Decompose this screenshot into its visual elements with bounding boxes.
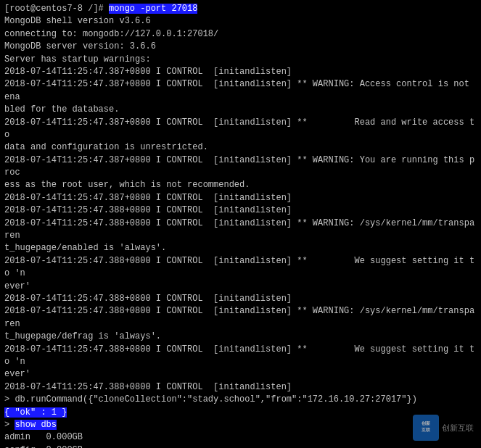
line-20: 2018-07-14T11:25:47.388+0800 I CONTROL [… bbox=[4, 305, 477, 331]
line-25: > db.runCommand({"cloneCollection":"stad… bbox=[4, 394, 477, 406]
watermark-logo: 创新 互联 bbox=[413, 415, 439, 441]
terminal-window: [root@centos7-8 /]# mongo -port 27018 Mo… bbox=[0, 0, 481, 448]
line-9: 2018-07-14T11:25:47.387+0800 I CONTROL [… bbox=[4, 117, 477, 142]
line-10: data and configuration is unrestricted. bbox=[4, 141, 477, 154]
watermark: 创新 互联 创新互联 bbox=[413, 415, 474, 441]
line-19: 2018-07-14T11:25:47.388+0800 I CONTROL [… bbox=[4, 293, 477, 305]
line-1: [root@centos7-8 /]# mongo -port 27018 bbox=[4, 3, 477, 15]
line-26: { "ok" : 1 } bbox=[4, 407, 477, 419]
line-14: 2018-07-14T11:25:47.388+0800 I CONTROL [… bbox=[4, 204, 477, 217]
line-13: 2018-07-14T11:25:47.387+0800 I CONTROL [… bbox=[4, 192, 477, 204]
svg-text:创新: 创新 bbox=[421, 420, 431, 426]
line-5: Server has startup warnings: bbox=[4, 54, 477, 66]
svg-text:互联: 互联 bbox=[422, 427, 431, 432]
line-17: 2018-07-14T11:25:47.388+0800 I CONTROL [… bbox=[4, 255, 477, 281]
ok-result: { "ok" : 1 } bbox=[4, 407, 67, 418]
line-22: 2018-07-14T11:25:47.388+0800 I CONTROL [… bbox=[4, 344, 477, 369]
watermark-text: 创新互联 bbox=[442, 423, 474, 434]
line-6: 2018-07-14T11:25:47.387+0800 I CONTROL [… bbox=[4, 66, 477, 78]
line-12: ess as the root user, which is not recom… bbox=[4, 179, 477, 191]
line-23: ever' bbox=[4, 368, 477, 381]
line-3: connecting to: mongodb://127.0.0.1:27018… bbox=[4, 28, 477, 41]
prompt-1: [root@centos7-8 /]# bbox=[4, 4, 109, 14]
line-2: MongoDB shell version v3.6.6 bbox=[4, 15, 477, 28]
line-21: t_hugepage/defrag is 'always'. bbox=[4, 331, 477, 343]
line-4: MongoDB server version: 3.6.6 bbox=[4, 41, 477, 53]
line-15: 2018-07-14T11:25:47.388+0800 I CONTROL [… bbox=[4, 217, 477, 243]
cmd-showdbs: show dbs bbox=[15, 420, 57, 430]
line-8: bled for the database. bbox=[4, 104, 477, 116]
line-11: 2018-07-14T11:25:47.387+0800 I CONTROL [… bbox=[4, 154, 477, 180]
line-16: t_hugepage/enabled is 'always'. bbox=[4, 242, 477, 254]
prompt-showdbs: > bbox=[4, 420, 15, 430]
line-admin: admin 0.000GB bbox=[4, 431, 477, 444]
line-7: 2018-07-14T11:25:47.387+0800 I CONTROL [… bbox=[4, 78, 477, 104]
line-24: 2018-07-14T11:25:47.388+0800 I CONTROL [… bbox=[4, 381, 477, 394]
line-18: ever' bbox=[4, 281, 477, 293]
cmd-mongo: mongo -port 27018 bbox=[109, 4, 197, 14]
line-27: > show dbs bbox=[4, 419, 477, 431]
line-config: config 0.000GB bbox=[4, 444, 477, 448]
